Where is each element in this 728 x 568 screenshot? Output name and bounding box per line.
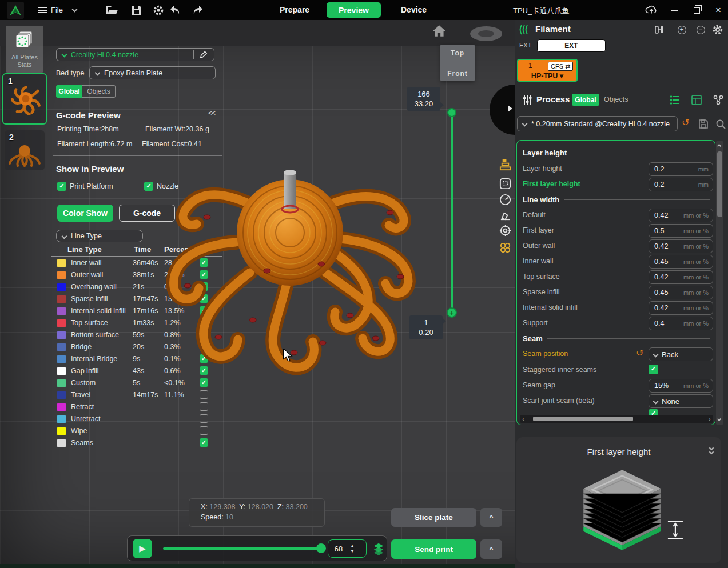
- save-icon[interactable]: [130, 5, 143, 16]
- compare-presets-icon[interactable]: [713, 94, 724, 106]
- restore-button[interactable]: [690, 3, 703, 17]
- multi-plate-clover-tool-icon[interactable]: [499, 241, 512, 254]
- scroll-right-icon[interactable]: ›: [709, 415, 711, 423]
- layer-number-spinner[interactable]: ▲▼: [328, 539, 367, 558]
- process-tab-global[interactable]: Global: [572, 94, 599, 106]
- parameter-input[interactable]: mm: [649, 162, 713, 176]
- vscroll-thumb[interactable]: [717, 151, 722, 217]
- spinner-up-icon[interactable]: ▲: [350, 544, 355, 548]
- parameter-value[interactable]: [649, 258, 682, 266]
- view-cube-front-face[interactable]: Front: [440, 70, 475, 78]
- parameter-value[interactable]: [649, 273, 682, 281]
- file-menu[interactable]: File: [51, 6, 63, 14]
- filament-settings-gear-icon[interactable]: [712, 24, 723, 35]
- parameter-input[interactable]: mm: [649, 178, 713, 191]
- bed-type-dropdown[interactable]: Epoxy Resin Plate: [89, 66, 216, 79]
- color-show-button[interactable]: Color Show: [57, 205, 113, 222]
- scarf-joint-seam-dropdown[interactable]: None: [649, 394, 713, 408]
- seam-gap-input[interactable]: mm or %: [649, 379, 713, 393]
- search-parameters-icon[interactable]: [715, 118, 726, 130]
- view-cube-top-face[interactable]: Top: [440, 49, 475, 57]
- parameter-input[interactable]: mm or %: [649, 301, 713, 315]
- tab-preview[interactable]: Preview: [327, 2, 381, 18]
- collapse-info-card-icon[interactable]: [710, 446, 713, 454]
- collapse-gcode-section-icon[interactable]: <<: [208, 109, 215, 117]
- parameter-input[interactable]: mm or %: [649, 286, 713, 299]
- send-print-button[interactable]: Send print: [391, 539, 476, 559]
- octopus-model[interactable]: [150, 150, 439, 393]
- parameter-list-icon[interactable]: [669, 94, 681, 106]
- tab-prepare[interactable]: Prepare: [280, 5, 309, 14]
- parameter-input[interactable]: mm or %: [649, 270, 713, 284]
- line-type-visibility-checkbox[interactable]: [200, 414, 208, 423]
- cfs-badge[interactable]: CFS ⇄: [548, 62, 573, 71]
- layer-slider-top-handle[interactable]: [447, 108, 456, 117]
- home-view-icon[interactable]: [432, 24, 447, 38]
- play-button[interactable]: ▶: [133, 539, 152, 558]
- slice-options-caret-button[interactable]: ^: [480, 508, 502, 527]
- undo-icon[interactable]: [169, 5, 182, 16]
- plate-thumbnail-1[interactable]: 1: [2, 73, 47, 125]
- all-plates-stats-card[interactable]: All PlatesStats: [6, 26, 43, 73]
- add-filament-button[interactable]: +: [676, 24, 687, 35]
- parameter-value[interactable]: [649, 304, 682, 312]
- filament-sync-icon[interactable]: [654, 24, 665, 35]
- parameter-input[interactable]: mm or %: [649, 255, 713, 269]
- settings-gear-icon[interactable]: [152, 5, 165, 16]
- remove-filament-button[interactable]: −: [695, 24, 706, 35]
- filament-material-dropdown[interactable]: HP-TPU ▾: [518, 71, 576, 80]
- print-platform-checkbox[interactable]: [57, 182, 66, 191]
- tab-device[interactable]: Device: [401, 5, 427, 14]
- parameter-input[interactable]: mm or %: [649, 224, 713, 238]
- close-button[interactable]: ×: [711, 3, 725, 17]
- line-type-dropdown[interactable]: Line Type: [56, 230, 143, 242]
- scroll-left-icon[interactable]: ‹: [522, 415, 524, 423]
- save-preset-icon[interactable]: [698, 118, 709, 130]
- tab-objects[interactable]: Objects: [82, 85, 116, 98]
- cloud-upload-icon[interactable]: [645, 4, 658, 15]
- parameter-input[interactable]: mm or %: [649, 239, 713, 253]
- layer-slider-bottom-handle[interactable]: +: [447, 307, 457, 318]
- layer-stats-tool-icon[interactable]: [499, 159, 512, 172]
- parameter-value[interactable]: [649, 181, 682, 189]
- seam-position-dropdown[interactable]: Back: [649, 347, 713, 361]
- view-cube[interactable]: Top Front: [440, 45, 475, 81]
- layers-icon[interactable]: [372, 542, 385, 555]
- layer-number-input[interactable]: [328, 545, 349, 553]
- plate-thumbnail-2[interactable]: 2: [5, 130, 45, 170]
- printer-preset-dropdown[interactable]: Creality Hi 0.4 nozzle: [56, 48, 214, 61]
- parameter-value[interactable]: [649, 227, 682, 235]
- parameter-value[interactable]: [649, 211, 682, 219]
- parameters-vertical-scrollbar[interactable]: [716, 141, 723, 425]
- target-tool-icon[interactable]: [499, 224, 512, 237]
- edit-printer-pencil-icon[interactable]: [193, 50, 208, 59]
- parameter-input[interactable]: mm or %: [649, 317, 713, 330]
- process-tab-objects[interactable]: Objects: [604, 95, 628, 103]
- layer-range-slider[interactable]: [451, 112, 453, 313]
- open-file-icon[interactable]: [106, 5, 118, 16]
- ext-tab[interactable]: EXT: [537, 39, 606, 52]
- filament-slot-1[interactable]: 1 CFS ⇄ HP-TPU ▾: [517, 59, 578, 82]
- parameter-value[interactable]: [649, 242, 682, 250]
- speed-gauge-tool-icon[interactable]: [499, 193, 512, 206]
- seam-gap-value[interactable]: [649, 382, 682, 390]
- line-type-visibility-checkbox[interactable]: [200, 438, 208, 447]
- slice-plate-button[interactable]: Slice plate: [391, 508, 476, 527]
- send-options-caret-button[interactable]: ^: [480, 539, 502, 559]
- menu-icon[interactable]: [38, 7, 47, 13]
- spinner-down-icon[interactable]: ▼: [350, 549, 355, 553]
- spotlight-tool-icon[interactable]: [499, 209, 512, 222]
- staggered-inner-seams-checkbox[interactable]: [649, 365, 658, 374]
- parameter-input[interactable]: mm or %: [649, 209, 713, 222]
- minimize-button[interactable]: [668, 3, 682, 17]
- reset-seam-position-icon[interactable]: ↺: [636, 349, 643, 358]
- parameter-value[interactable]: [649, 289, 682, 297]
- line-type-visibility-checkbox[interactable]: [200, 402, 208, 411]
- move-slider-track[interactable]: [163, 547, 322, 550]
- move-slider-handle[interactable]: [316, 543, 326, 553]
- file-menu-chevron-icon[interactable]: [72, 7, 78, 13]
- parameters-horizontal-scrollbar[interactable]: ‹ ›: [520, 415, 713, 423]
- tab-global[interactable]: Global: [56, 85, 82, 98]
- reset-preset-icon[interactable]: ↺: [682, 118, 689, 127]
- redo-icon[interactable]: [191, 5, 204, 16]
